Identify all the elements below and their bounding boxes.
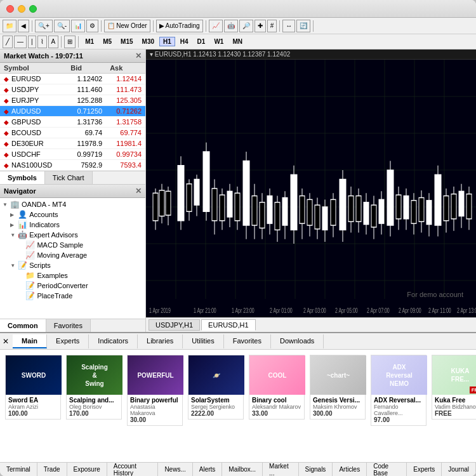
- bottom-tab-main[interactable]: Main: [13, 334, 47, 348]
- draw-horiz-btn[interactable]: —: [14, 36, 27, 48]
- market-watch-row[interactable]: ◆DE30EUR 11978.9 11981.4: [0, 138, 145, 149]
- tf-m1[interactable]: M1: [81, 37, 98, 46]
- status-tab-code-base[interactable]: Code Base: [367, 463, 407, 476]
- zoom-in-btn[interactable]: 🔍+: [35, 20, 53, 32]
- bottom-tab-indicators[interactable]: Indicators: [89, 334, 138, 348]
- market-watch-close[interactable]: ✕: [135, 51, 142, 60]
- market-item[interactable]: POWERFUL Binary powerful Anastasia Makar…: [127, 355, 183, 426]
- tree-item[interactable]: ▶ 📊 Indicators: [1, 220, 144, 230]
- draw-text-btn[interactable]: A: [48, 36, 59, 48]
- tree-item[interactable]: ▼ 📝 Scripts: [1, 260, 144, 270]
- status-tab-articles[interactable]: Articles: [333, 463, 367, 476]
- tab-common[interactable]: Common: [0, 319, 46, 332]
- market-item-image: Scalping&Swing: [67, 355, 122, 395]
- tree-item[interactable]: ▼ 🤖 Expert Advisors: [1, 230, 144, 240]
- chart-canvas[interactable]: 1 Apr 2019 1 Apr 21:00 1 Apr 23:00 2 Apr…: [146, 60, 476, 317]
- indicators-btn[interactable]: 📈: [209, 20, 223, 32]
- tree-label: Expert Advisors: [29, 231, 77, 239]
- bottom-tab-utilities[interactable]: Utilities: [183, 334, 223, 348]
- status-tab-signals[interactable]: Signals: [299, 463, 333, 476]
- svg-rect-96: [466, 194, 472, 219]
- chart-tab-usdjpy[interactable]: USDJPY,H1: [149, 319, 200, 331]
- experts-btn[interactable]: 🤖: [224, 20, 238, 32]
- grid-btn[interactable]: #: [267, 20, 277, 32]
- separator-1: [32, 20, 32, 32]
- tab-favorites[interactable]: Favorites: [46, 319, 91, 332]
- svg-rect-18: [153, 193, 158, 221]
- market-item[interactable]: SWORD Sword EA Akram Azizi 100.00: [5, 355, 61, 420]
- tree-item[interactable]: 📁 Examples: [1, 270, 144, 281]
- ask-cell: 7593.4: [106, 160, 145, 171]
- market-watch-row[interactable]: ◆USDJPY 111.460 111.473: [0, 84, 145, 95]
- draw-vert-btn[interactable]: |: [28, 36, 36, 48]
- col-bid: Bid: [67, 63, 106, 74]
- status-tab-experts[interactable]: Experts: [407, 463, 442, 476]
- crosshair-btn[interactable]: ✚: [255, 20, 266, 32]
- status-tab-news---[interactable]: News...: [158, 463, 192, 476]
- bottom-tab-downloads[interactable]: Downloads: [271, 334, 324, 348]
- tf-m5[interactable]: M5: [99, 37, 116, 46]
- market-item[interactable]: KUKAFRE... FREE Kuka Free Vadim Bidzhano…: [432, 355, 476, 420]
- tab-tick-chart[interactable]: Tick Chart: [45, 171, 93, 184]
- tree-item[interactable]: ▼ 🏢 OANDA - MT4: [1, 199, 144, 209]
- status-tab-trade[interactable]: Trade: [37, 463, 67, 476]
- bottom-tab-experts[interactable]: Experts: [47, 334, 89, 348]
- maximize-button[interactable]: [29, 5, 37, 13]
- status-tab-market----[interactable]: Market ...: [263, 463, 298, 476]
- market-watch-row[interactable]: ◆EURUSD 1.12402 1.12414: [0, 74, 145, 84]
- chart-tab-eurusd[interactable]: EURUSD,H1: [201, 319, 256, 331]
- bottom-tab-libraries[interactable]: Libraries: [138, 334, 183, 348]
- market-item[interactable]: 🪐 SolarSystem Sergej Sergienko 2222.00: [188, 355, 244, 420]
- status-tab-exposure[interactable]: Exposure: [67, 463, 107, 476]
- scroll-btn[interactable]: ↔: [282, 20, 295, 32]
- new-order-btn[interactable]: 📋 New Order: [104, 20, 150, 32]
- market-watch-row[interactable]: ◆EURJPY 125.288 125.305: [0, 95, 145, 106]
- market-item[interactable]: Scalping&Swing Scalping and... Oleg Bori…: [66, 355, 122, 420]
- market-item-price: 170.00: [69, 410, 119, 417]
- tf-h4[interactable]: H4: [176, 37, 192, 46]
- magnify-btn[interactable]: 🔎: [239, 20, 253, 32]
- chart-btn[interactable]: 📊: [71, 20, 85, 32]
- autotrading-btn[interactable]: ▶ AutoTrading: [156, 20, 203, 32]
- file-btn[interactable]: 📁: [3, 20, 17, 32]
- minimize-button[interactable]: [18, 5, 25, 13]
- period-sep-btn[interactable]: ⊞: [64, 36, 76, 48]
- zoom-out-btn[interactable]: 🔍-: [54, 20, 70, 32]
- tf-w1[interactable]: W1: [210, 37, 227, 46]
- tree-item[interactable]: ▶ 👤 Accounts: [1, 209, 144, 220]
- settings-btn[interactable]: ⚙: [86, 20, 98, 32]
- bottom-panel-close[interactable]: ✕: [3, 337, 9, 346]
- market-watch-row[interactable]: ◆BCOUSD 69.74 69.774: [0, 128, 145, 138]
- market-watch-row[interactable]: ◆USDCHF 0.99719 0.99734: [0, 149, 145, 160]
- status-tab-alerts[interactable]: Alerts: [193, 463, 223, 476]
- status-tab-mailbox---[interactable]: Mailbox...: [222, 463, 263, 476]
- market-item[interactable]: ADXReversalNEMO ADX Reversal... Fernando…: [371, 355, 426, 426]
- tree-label: Examples: [37, 272, 67, 279]
- draw-fib-btn[interactable]: ⌇: [37, 36, 47, 48]
- tab-symbols[interactable]: Symbols: [0, 171, 45, 184]
- market-watch-row[interactable]: ◆NAS100USD 7592.9 7593.4: [0, 160, 145, 171]
- back-btn[interactable]: ◀: [18, 20, 29, 32]
- market-item[interactable]: ~chart~ Genesis Versi... Maksim Khromov …: [310, 355, 366, 420]
- tf-h1[interactable]: H1: [159, 37, 175, 46]
- status-tab-account-history[interactable]: Account History: [107, 463, 159, 476]
- status-tab-terminal[interactable]: Terminal: [0, 463, 37, 476]
- navigator-close[interactable]: ✕: [135, 187, 142, 195]
- market-item[interactable]: COOL Binary cool Aleksandr Makarov 33.00: [249, 355, 305, 420]
- tf-mn[interactable]: MN: [228, 37, 246, 46]
- tf-d1[interactable]: D1: [194, 37, 209, 46]
- bottom-tab-favorites[interactable]: Favorites: [224, 334, 271, 348]
- tf-m30[interactable]: M30: [138, 37, 158, 46]
- tree-icon: 🏢: [10, 200, 20, 209]
- status-tab-journal[interactable]: Journal: [442, 463, 476, 476]
- draw-line-btn[interactable]: ╱: [3, 36, 13, 48]
- market-watch-row[interactable]: ◆GBPUSD 1.31736 1.31758: [0, 117, 145, 128]
- tree-item[interactable]: 📈 Moving Average: [1, 250, 144, 260]
- tree-item[interactable]: 📝 PlaceTrade: [1, 291, 144, 301]
- tf-m15[interactable]: M15: [117, 37, 136, 46]
- close-button[interactable]: [6, 5, 14, 13]
- tree-item[interactable]: 📝 PeriodConverter: [1, 281, 144, 291]
- refresh-btn[interactable]: 🔄: [296, 20, 310, 32]
- market-watch-row[interactable]: ◆AUDUSD 0.71250 0.71262: [0, 106, 145, 117]
- tree-item[interactable]: 📈 MACD Sample: [1, 240, 144, 250]
